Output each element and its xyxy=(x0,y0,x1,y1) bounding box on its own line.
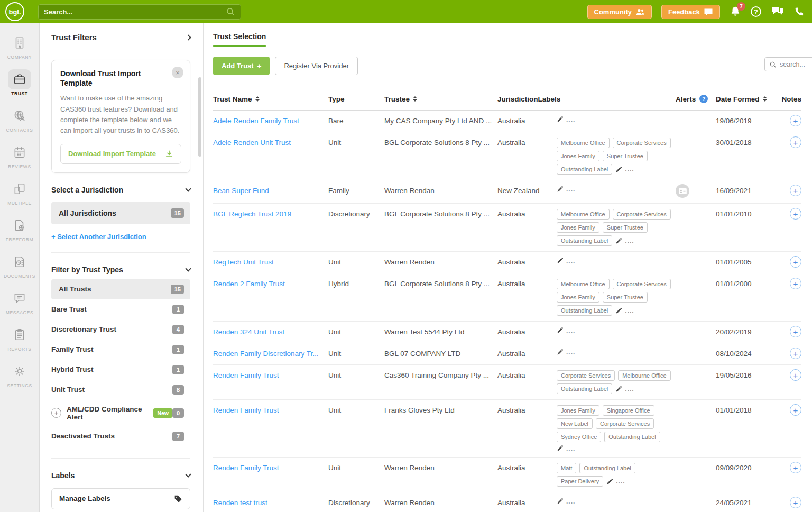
help-button[interactable]: ? xyxy=(751,6,761,17)
trust-type-filter-discretionary-trust[interactable]: + Discretionary Trust 4 xyxy=(51,319,190,340)
add-note-button[interactable]: + xyxy=(790,208,801,220)
add-note-button[interactable]: + xyxy=(790,369,801,381)
pencil-icon xyxy=(557,257,564,264)
chevron-down-icon[interactable] xyxy=(185,471,191,477)
table-row: Renden Family Trust Unit Franks Gloves P… xyxy=(213,400,801,458)
add-note-button[interactable]: + xyxy=(790,185,801,196)
sidebar-item-contacts[interactable]: CONTACTS xyxy=(0,103,39,136)
globe-person-icon xyxy=(8,106,31,126)
download-import-template-button[interactable]: Download Import Template xyxy=(60,144,181,164)
trust-name-link[interactable]: Bean Super Fund xyxy=(213,187,269,195)
edit-labels-button[interactable]: .... xyxy=(615,386,634,392)
chevron-down-icon[interactable] xyxy=(185,266,191,271)
global-search[interactable] xyxy=(38,4,241,20)
live-chat-icon[interactable] xyxy=(771,6,785,17)
trust-type-filter-deactivated-trusts[interactable]: + Deactivated Trusts 7 xyxy=(51,426,190,446)
add-note-button[interactable]: + xyxy=(790,497,801,508)
select-another-jurisdiction-link[interactable]: + Select Another Jurisdiction xyxy=(51,233,190,241)
all-jurisdictions-filter[interactable]: All Jurisdictions 15 xyxy=(51,202,190,224)
add-note-button[interactable]: + xyxy=(790,278,801,289)
add-note-button[interactable]: + xyxy=(790,404,801,416)
add-note-button[interactable]: + xyxy=(790,462,801,473)
sidebar-item-settings[interactable]: SETTINGS xyxy=(0,358,39,391)
collapse-panel-icon[interactable] xyxy=(185,34,191,40)
sidebar-item-multiple[interactable]: MULTIPLE xyxy=(0,176,39,209)
edit-labels-button[interactable]: .... xyxy=(557,445,575,452)
edit-dots: .... xyxy=(566,328,575,333)
trust-type-filter-hybrid-trust[interactable]: + Hybrid Trust 1 xyxy=(51,360,190,380)
jurisdiction-value: Australia xyxy=(497,498,557,508)
trust-name-link[interactable]: RegTech Unit Trust xyxy=(213,258,274,266)
sidebar-item-freeform[interactable]: FREEFORM xyxy=(0,212,39,245)
alert-badge[interactable] xyxy=(676,184,689,198)
feedback-button[interactable]: Feedback xyxy=(661,5,720,19)
labels-cell: Melbourne OfficeCorporate ServicesJones … xyxy=(557,209,671,246)
jurisdiction-value: Australia xyxy=(497,370,557,381)
sidebar-item-messages[interactable]: MESSAGES xyxy=(0,285,39,318)
column-header-trustee[interactable]: Trustee ? xyxy=(384,95,497,103)
community-button[interactable]: Community xyxy=(587,5,652,19)
edit-labels-button[interactable]: .... xyxy=(557,349,575,355)
sidebar-item-company[interactable]: COMPANY xyxy=(0,30,39,63)
edit-labels-button[interactable]: .... xyxy=(615,237,634,244)
edit-labels-button[interactable]: .... xyxy=(557,498,575,505)
edit-labels-button[interactable]: .... xyxy=(557,257,575,264)
trust-name-link[interactable]: Renden Family Trust xyxy=(213,406,279,414)
tab-trust-selection[interactable]: Trust Selection xyxy=(213,32,266,47)
trust-name-link[interactable]: Renden Family Discretionary Tr... xyxy=(213,350,319,358)
add-note-button[interactable]: + xyxy=(790,348,801,359)
sort-icon[interactable] xyxy=(413,96,417,102)
labels-cell: .... xyxy=(557,116,671,123)
edit-labels-button[interactable]: .... xyxy=(615,166,634,173)
edit-labels-button[interactable]: .... xyxy=(557,116,575,123)
sort-icon[interactable] xyxy=(763,96,767,102)
sidebar-item-label: FREEFORM xyxy=(0,237,39,242)
trust-name-link[interactable]: BGL Regtech Trust 2019 xyxy=(213,210,291,218)
edit-labels-button[interactable]: .... xyxy=(557,327,575,334)
global-search-input[interactable] xyxy=(44,8,226,16)
trust-type-filter-family-trust[interactable]: + Family Trust 1 xyxy=(51,340,190,360)
column-header-name[interactable]: Trust Name ? xyxy=(213,95,328,103)
bgl-logo[interactable]: bgl. xyxy=(5,2,24,21)
sort-icon[interactable] xyxy=(255,96,260,102)
trust-type-filter-unit-trust[interactable]: + Unit Trust 8 xyxy=(51,380,190,400)
trust-type-filter-all-trusts[interactable]: + All Trusts 15 xyxy=(51,279,190,299)
edit-labels-button[interactable]: .... xyxy=(615,307,634,314)
panel-scrollbar[interactable] xyxy=(198,77,201,157)
date-formed-value: 24/05/2021 xyxy=(716,498,780,508)
phone-icon[interactable] xyxy=(794,6,805,17)
trust-type-label: Bare Trust xyxy=(51,305,87,313)
trust-name-link[interactable]: Adele Renden Family Trust xyxy=(213,117,299,125)
edit-dots: .... xyxy=(566,258,575,263)
sidebar-item-documents[interactable]: DOCUMENTS xyxy=(0,249,39,282)
trust-type-filter-aml-cdd-compliance-alert[interactable]: + AML/CDD Compliance Alert New 0 xyxy=(51,400,190,426)
sidebar-item-trust[interactable]: TRUST xyxy=(0,66,39,99)
trust-name-link[interactable]: Renden 324 Unit Trust xyxy=(213,328,284,336)
trust-name-link[interactable]: Renden test trust xyxy=(213,499,267,507)
add-note-button[interactable]: + xyxy=(790,256,801,268)
table-search-field[interactable] xyxy=(764,57,812,71)
trust-name-link[interactable]: Adele Renden Unit Trust xyxy=(213,139,291,147)
add-note-button[interactable]: + xyxy=(790,136,801,148)
manage-labels-button[interactable]: Manage Labels xyxy=(51,488,190,509)
register-via-provider-button[interactable]: Register Via Provider xyxy=(275,57,358,75)
trust-name-link[interactable]: Renden Family Trust xyxy=(213,464,279,472)
column-header-date[interactable]: Date Formed ? xyxy=(716,95,780,103)
table-search-input[interactable] xyxy=(780,61,807,68)
trust-name-link[interactable]: Renden Family Trust xyxy=(213,371,279,379)
sidebar-item-reviews[interactable]: REVIEWS xyxy=(0,139,39,172)
sidebar-item-reports[interactable]: REPORTS xyxy=(0,322,39,355)
add-note-button[interactable]: + xyxy=(790,326,801,337)
trust-type-filter-bare-trust[interactable]: + Bare Trust 1 xyxy=(51,299,190,319)
add-trust-button[interactable]: Add Trust + xyxy=(213,57,270,75)
chevron-down-icon[interactable] xyxy=(185,186,191,191)
edit-labels-button[interactable]: .... xyxy=(606,478,625,485)
edit-labels-button[interactable]: .... xyxy=(557,186,575,193)
notifications-button[interactable]: 7 xyxy=(730,6,741,17)
add-note-button[interactable]: + xyxy=(790,115,801,126)
help-icon[interactable]: ? xyxy=(699,95,708,103)
close-icon[interactable]: × xyxy=(172,67,183,78)
trust-type-count-badge: 1 xyxy=(172,365,184,374)
plus-circle-icon[interactable]: + xyxy=(51,408,61,418)
trust-name-link[interactable]: Renden 2 Family Trust xyxy=(213,280,285,288)
